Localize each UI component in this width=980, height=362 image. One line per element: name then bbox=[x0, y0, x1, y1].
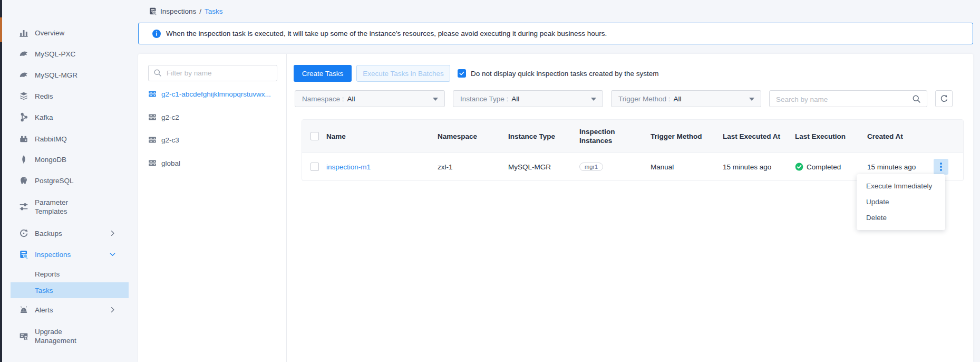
menu-item-delete[interactable]: Delete bbox=[857, 210, 945, 226]
sidebar-item-label: RabbitMQ bbox=[35, 135, 67, 144]
sidebar-item-label: MySQL-MGR bbox=[35, 71, 77, 80]
rabbitmq-icon bbox=[19, 134, 28, 144]
sidebar-item-rabbitmq[interactable]: RabbitMQ bbox=[2, 130, 129, 148]
sidebar-item-inspections[interactable]: Inspections bbox=[2, 245, 129, 263]
sidebar-item-reports[interactable]: Reports bbox=[2, 266, 129, 281]
breadcrumb-current[interactable]: Tasks bbox=[205, 7, 223, 15]
cluster-item-g2-c2[interactable]: g2-c2 bbox=[138, 109, 286, 125]
sidebar-item-label: Kafka bbox=[35, 113, 53, 122]
sidebar-item-label: Backups bbox=[35, 229, 62, 238]
col-namespace: Namespace bbox=[438, 132, 477, 140]
checked-checkbox[interactable] bbox=[458, 69, 466, 78]
server-icon bbox=[148, 90, 157, 98]
sidebar-item-mysql-pxc[interactable]: MySQL-PXC bbox=[2, 45, 129, 63]
col-trigger-method: Trigger Method bbox=[651, 132, 702, 140]
sidebar-item-label: Reports bbox=[35, 270, 60, 278]
caret-down-icon bbox=[749, 98, 754, 101]
task-search-input[interactable] bbox=[770, 91, 911, 108]
status-badge: Completed bbox=[795, 163, 841, 171]
namespace-filter-dropdown[interactable]: Namespace : All bbox=[295, 90, 445, 107]
leaf-icon bbox=[19, 155, 28, 164]
task-name-link[interactable]: inspection-m1 bbox=[326, 163, 371, 171]
refresh-button[interactable] bbox=[935, 90, 953, 107]
col-last-execution: Last Execution bbox=[795, 132, 846, 140]
dolphin-icon bbox=[19, 70, 28, 80]
sidebar-item-upgrade-management[interactable]: Upgrade Management bbox=[2, 322, 129, 350]
sidebar-item-label: PostgreSQL bbox=[35, 176, 74, 185]
menu-item-execute-immediately[interactable]: Execute Immediately bbox=[857, 178, 945, 194]
filter-value: All bbox=[347, 95, 355, 103]
cluster-item-g2-c3[interactable]: g2-c3 bbox=[138, 132, 286, 148]
sidebar: Overview MySQL-PXC MySQL-MGR Redis Kafka bbox=[2, 0, 129, 362]
filter-label: Namespace : bbox=[302, 95, 344, 103]
select-all-checkbox[interactable] bbox=[311, 132, 319, 140]
bar-chart-icon bbox=[19, 28, 28, 37]
execute-batches-button[interactable]: Execute Tasks in Batches bbox=[356, 65, 450, 82]
row-actions-button[interactable] bbox=[934, 159, 948, 175]
col-instance-type: Instance Type bbox=[508, 132, 555, 140]
sidebar-item-overview[interactable]: Overview bbox=[2, 24, 129, 42]
cluster-item-global[interactable]: global bbox=[138, 155, 286, 171]
caret-down-icon bbox=[591, 98, 596, 101]
sidebar-item-mongodb[interactable]: MongoDB bbox=[2, 150, 129, 168]
col-name: Name bbox=[326, 132, 346, 140]
backup-icon bbox=[19, 228, 28, 238]
cell-instance-type: MySQL-MGR bbox=[508, 163, 551, 171]
sidebar-item-label: Alerts bbox=[35, 306, 53, 315]
inspections-icon bbox=[149, 7, 157, 15]
breadcrumb-section[interactable]: Inspections bbox=[160, 7, 196, 15]
caret-down-icon bbox=[433, 98, 438, 101]
cell-created-at: 15 minutes ago bbox=[867, 163, 916, 171]
server-icon bbox=[148, 113, 157, 121]
cluster-filter-box bbox=[148, 65, 277, 81]
cluster-name: global bbox=[161, 159, 180, 167]
sidebar-item-mysql-mgr[interactable]: MySQL-MGR bbox=[2, 66, 129, 84]
tasks-table: Name Namespace Instance Type Inspection … bbox=[302, 119, 964, 181]
sliders-icon bbox=[19, 202, 28, 212]
info-banner: When the inspection task is executed, it… bbox=[138, 23, 973, 44]
sidebar-item-label: Inspections bbox=[35, 250, 71, 259]
sidebar-item-postgresql[interactable]: PostgreSQL bbox=[2, 172, 129, 189]
cluster-name: g2-c3 bbox=[161, 136, 179, 144]
kafka-icon bbox=[19, 112, 28, 122]
sidebar-item-redis[interactable]: Redis bbox=[2, 87, 129, 105]
cluster-item-g2-c1[interactable]: g2-c1-abcdefghijklmnopqrstuvwx... bbox=[138, 86, 286, 102]
cell-last-executed-at: 15 minutes ago bbox=[723, 163, 771, 171]
row-checkbox[interactable] bbox=[311, 163, 319, 171]
search-icon[interactable] bbox=[912, 94, 921, 103]
server-icon bbox=[148, 136, 157, 144]
col-last-executed-at: Last Executed At bbox=[723, 132, 780, 140]
breadcrumb: Inspections / Tasks bbox=[149, 6, 223, 16]
sidebar-item-alerts[interactable]: Alerts bbox=[2, 301, 129, 319]
create-tasks-button[interactable]: Create Tasks bbox=[294, 65, 352, 82]
elephant-icon bbox=[19, 176, 28, 185]
sidebar-item-label: MongoDB bbox=[35, 155, 66, 164]
refresh-icon bbox=[940, 94, 948, 103]
layers-icon bbox=[19, 91, 28, 101]
sidebar-item-tasks[interactable]: Tasks bbox=[11, 282, 129, 298]
chevron-down-icon bbox=[109, 251, 117, 259]
filter-label: Instance Type : bbox=[460, 95, 508, 103]
cell-namespace: zxl-1 bbox=[438, 163, 453, 171]
sidebar-item-parameter-templates[interactable]: Parameter Templates bbox=[2, 193, 129, 221]
sidebar-item-backups[interactable]: Backups bbox=[2, 224, 129, 242]
cluster-filter-input[interactable] bbox=[166, 65, 276, 81]
sidebar-item-label: Upgrade Management bbox=[35, 327, 99, 345]
sidebar-item-kafka[interactable]: Kafka bbox=[2, 108, 129, 126]
search-icon bbox=[153, 69, 162, 77]
sidebar-item-label: Tasks bbox=[35, 287, 53, 294]
task-search-box bbox=[769, 90, 927, 107]
trigger-method-filter-dropdown[interactable]: Trigger Method : All bbox=[611, 90, 761, 107]
row-actions-menu: Execute Immediately Update Delete bbox=[857, 174, 945, 230]
menu-item-update[interactable]: Update bbox=[857, 194, 945, 210]
inspection-icon bbox=[19, 250, 28, 259]
table-header: Name Namespace Instance Type Inspection … bbox=[302, 120, 963, 153]
chevron-right-icon bbox=[109, 230, 117, 237]
instance-type-filter-dropdown[interactable]: Instance Type : All bbox=[453, 90, 603, 107]
checkbox-label: Do not display quick inspection tasks cr… bbox=[471, 70, 658, 78]
hide-system-tasks-option: Do not display quick inspection tasks cr… bbox=[458, 69, 658, 78]
chevron-right-icon bbox=[109, 306, 117, 314]
dolphin-icon bbox=[19, 49, 28, 59]
instance-tag: mgr1 bbox=[579, 163, 603, 171]
main-card: g2-c1-abcdefghijklmnopqrstuvwx... g2-c2 … bbox=[138, 54, 973, 362]
